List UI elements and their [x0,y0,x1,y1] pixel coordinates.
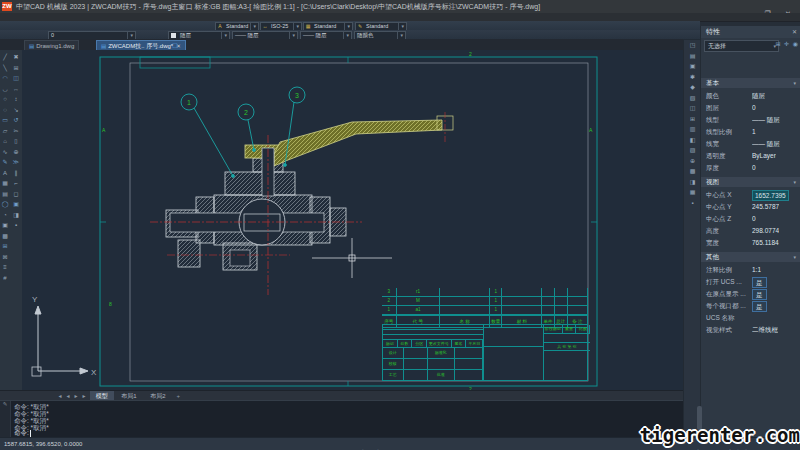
draw-tool-icon[interactable]: ▭ [0,115,10,126]
right-tool-icon[interactable]: ✱ [684,72,701,83]
draw-tool-icon[interactable]: ◡ [0,84,10,95]
modify-tool-icon[interactable]: ▣ [11,199,21,210]
draw-tool-icon[interactable]: ✎ [0,157,10,168]
property-row[interactable]: 中心点 Y 245.5787 [701,201,800,213]
modify-tool-icon[interactable]: ◨ [11,210,21,221]
right-tool-icon[interactable]: ▧ [684,93,701,104]
draw-tool-icon[interactable]: ○ [0,94,10,105]
chevron-down-icon[interactable]: ▾ [398,23,406,30]
modify-tool-icon[interactable]: ↕ [11,94,21,105]
section-other[interactable]: 其他▾ [701,252,800,262]
modify-tool-icon[interactable]: ⌐ [11,178,21,189]
modify-tool-icon[interactable]: ◻ [11,189,21,200]
property-row[interactable]: 视觉样式 二维线框 [701,324,800,336]
selection-filter-combo[interactable]: 无选择▾ [704,40,779,52]
property-row[interactable]: 中心点 X 1652.7395 [701,189,800,201]
balloon-number-2: 2 [244,109,248,116]
draw-tool-icon[interactable]: ╲ [0,63,10,74]
property-row[interactable]: 透明度 ByLayer [701,150,800,162]
new-document-icon[interactable]: ▢ [172,41,178,48]
draw-tool-icon[interactable]: ▤ [0,189,10,200]
modify-tool-icon[interactable]: ✖ [11,52,21,63]
property-row[interactable]: 宽度 765.1184 [701,237,800,249]
right-tool-icon[interactable]: ◳ [684,40,701,51]
draw-tool-icon[interactable]: ▩ [0,231,10,242]
draw-tool-icon[interactable]: ◠ [0,73,10,84]
chevron-down-icon[interactable]: ▾ [397,32,405,39]
draw-tool-icon[interactable]: ▦ [0,178,10,189]
modify-tool-icon[interactable]: ✂ [11,126,21,137]
property-row[interactable]: 高度 298.0774 [701,225,800,237]
draw-tool-icon[interactable]: ⊠ [0,252,10,263]
draw-tool-icon[interactable]: # [0,273,10,284]
right-tool-icon[interactable]: ▥ [684,124,701,135]
modify-tool-icon[interactable]: ≫ [11,157,21,168]
right-tool-icon[interactable]: ▪ [684,198,701,209]
modify-tool-icon[interactable]: ↔ [11,84,21,95]
modify-tool-icon[interactable]: ↺ [11,115,21,126]
right-tool-icon[interactable]: ◧ [684,135,701,146]
property-row[interactable]: 中心点 Z 0 [701,213,800,225]
doc-minimize-button[interactable]: — [650,50,660,51]
property-row[interactable]: 在原点显示 ... 是 [701,288,800,300]
close-panel-icon[interactable]: ✕ [792,26,797,38]
right-tool-icon[interactable]: ◨ [684,177,701,188]
draw-tool-icon[interactable]: ╱ [0,52,10,63]
property-row[interactable]: 线型比例 1 [701,126,800,138]
property-row[interactable]: 打开 UCS ... 是 [701,276,800,288]
draw-tool-icon[interactable]: ▱ [0,126,10,137]
modify-tool-icon[interactable]: ▪ [11,220,21,231]
chevron-down-icon[interactable]: ▾ [793,78,800,88]
draw-tool-icon[interactable]: ∿ [0,147,10,158]
modify-tool-icon[interactable]: ↘ [11,105,21,116]
drawing-canvas[interactable]: 2 2 A A 8 [22,50,683,390]
layout-nav-arrows: ◂◂▸▸ [0,393,88,399]
property-row[interactable]: 厚度 0 [701,162,800,174]
modify-tool-icon[interactable]: ∥ [11,168,21,179]
property-row[interactable]: 线宽 —— 随层 [701,138,800,150]
property-row[interactable]: 图层 0 [701,102,800,114]
draw-tool-icon[interactable]: ◯ [0,199,10,210]
property-row[interactable]: UCS 名称 [701,312,800,324]
command-window[interactable]: ✎ 命令: *取消*命令: *取消*命令: *取消*命令: *取消* 命令: [0,400,683,438]
chevron-down-icon[interactable]: ▾ [289,32,297,39]
modify-tool-icon[interactable]: ⊞ [11,63,21,74]
chevron-down-icon[interactable]: ▾ [293,23,301,30]
chevron-down-icon[interactable]: ▾ [250,23,258,30]
draw-tool-icon[interactable]: ◌ [0,105,10,116]
chevron-down-icon[interactable]: ▾ [127,32,135,39]
chevron-down-icon[interactable]: ▾ [221,32,229,39]
right-tool-icon[interactable]: ◫ [684,103,701,114]
doc-restore-button[interactable]: ❐ [660,50,669,51]
section-basic[interactable]: 基本▾ [701,78,800,88]
modify-tool-icon[interactable]: ◫ [11,73,21,84]
property-row[interactable]: 颜色 随层 [701,90,800,102]
chevron-down-icon[interactable]: ▾ [793,252,800,262]
draw-tool-icon[interactable]: ▣ [0,220,10,231]
section-view[interactable]: 视图▾ [701,177,800,187]
modify-tool-icon[interactable]: ▯ [11,136,21,147]
doc-close-button[interactable]: ✕ [669,50,678,51]
right-tool-icon[interactable]: ▨ [684,145,701,156]
right-tool-icon[interactable]: ⊕ [684,156,701,167]
right-tool-icon[interactable]: ◆ [684,82,701,93]
draw-tool-icon[interactable]: ◔ [0,210,10,221]
draw-tool-icon[interactable]: A [0,168,10,179]
property-row[interactable]: 注释比例 1:1 [701,264,800,276]
right-tool-icon[interactable]: ▩ [684,166,701,177]
draw-tool-icon[interactable]: ≡ [0,262,10,273]
modify-tool-icon[interactable]: ⊕ [11,147,21,158]
property-label: 每个视口都 ... [701,300,752,312]
chevron-down-icon[interactable]: ▾ [344,23,352,30]
right-tool-icon[interactable]: ▤ [684,51,701,62]
draw-tool-icon[interactable]: ⌂ [0,136,10,147]
property-row[interactable]: 每个视口都 ... 是 [701,300,800,312]
chevron-down-icon[interactable]: ▾ [343,32,351,39]
chevron-down-icon[interactable]: ▾ [793,177,800,187]
draw-tool-icon[interactable]: ⊞ [0,241,10,252]
right-tool-icon[interactable]: ▣ [684,61,701,72]
selection-tools-icons[interactable]: ⊞ ✛ ◉ [775,40,799,47]
right-tool-icon[interactable]: ▦ [684,187,701,198]
property-row[interactable]: 线型 —— 随层 [701,114,800,126]
right-tool-icon[interactable]: ⊞ [684,114,701,125]
